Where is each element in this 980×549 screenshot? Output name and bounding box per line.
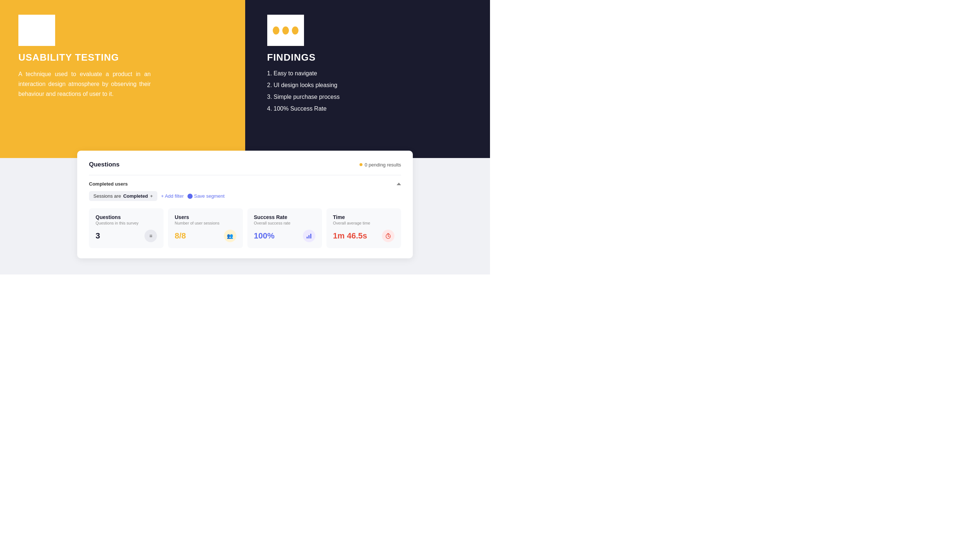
card-title: Questions — [89, 161, 119, 168]
logo-dot-2 — [282, 27, 289, 35]
metric-card-questions: Questions Questions in this survey 3 ≡ — [89, 208, 164, 248]
right-logo — [267, 15, 304, 46]
metric-title-time: Time — [333, 214, 371, 220]
metric-value-row-time: 1m 46.5s — [333, 230, 395, 242]
completed-header: Completed users — [89, 181, 401, 187]
metric-subtitle-success: Overall success rate — [254, 221, 291, 225]
metric-value-row-success: 100% — [254, 230, 315, 242]
save-segment-button[interactable]: ● Save segment — [188, 193, 224, 199]
metric-header-users: Users Number of user sessions — [175, 214, 236, 225]
pending-label: 0 pending results — [365, 162, 401, 168]
metric-value-questions: 3 — [95, 231, 100, 241]
save-segment-icon: ● — [188, 194, 192, 199]
finding-item: 1. Easy to navigate — [267, 69, 468, 78]
metrics-row: Questions Questions in this survey 3 ≡ U… — [89, 208, 401, 248]
metric-card-time: Time Overall average time 1m 46.5s — [326, 208, 401, 248]
metric-subtitle-users: Number of user sessions — [175, 221, 220, 225]
pending-badge: 0 pending results — [360, 162, 401, 168]
metric-header-success: Success Rate Overall success rate — [254, 214, 315, 225]
logo-dot-1 — [273, 27, 279, 35]
metric-value-time: 1m 46.5s — [333, 231, 367, 241]
save-segment-label: Save segment — [194, 193, 224, 199]
metric-header-time: Time Overall average time — [333, 214, 395, 225]
logo-dot-3 — [292, 27, 299, 35]
metric-value-users: 8/8 — [175, 231, 186, 241]
svg-rect-2 — [310, 234, 311, 238]
metric-title-questions: Questions — [95, 214, 138, 220]
metric-value-row-questions: 3 ≡ — [95, 230, 157, 242]
right-panel: FINDINGS 1. Easy to navigate2. UI design… — [245, 0, 490, 158]
metric-icon-time — [382, 230, 395, 242]
metric-icon-success — [303, 230, 315, 242]
bottom-section: Questions 0 pending results Completed us… — [0, 158, 490, 274]
left-panel: USABILITY TESTING A technique used to ev… — [0, 0, 245, 158]
metric-card-users: Users Number of user sessions 8/8 👥 — [168, 208, 243, 248]
metric-card-success: Success Rate Overall success rate 100% — [247, 208, 322, 248]
filter-tag-prefix: Sessions are — [93, 193, 121, 199]
findings-title: FINDINGS — [267, 52, 468, 63]
questions-card: Questions 0 pending results Completed us… — [77, 151, 413, 258]
metric-value-success: 100% — [254, 231, 275, 241]
left-title: USABILITY TESTING — [18, 52, 227, 63]
svg-rect-1 — [309, 235, 310, 238]
svg-rect-0 — [307, 236, 308, 238]
metric-title-users: Users — [175, 214, 220, 220]
finding-item: 3. Simple purchase process — [267, 93, 468, 102]
filter-tag-plus[interactable]: + — [150, 193, 153, 199]
filter-tag: Sessions are Completed + — [89, 191, 158, 201]
left-logo — [18, 15, 55, 46]
metric-icon-users: 👥 — [224, 230, 236, 242]
metric-value-row-users: 8/8 👥 — [175, 230, 236, 242]
pending-dot-icon — [360, 163, 363, 166]
card-header: Questions 0 pending results — [89, 161, 401, 168]
metric-header-questions: Questions Questions in this survey — [95, 214, 157, 225]
metric-subtitle-questions: Questions in this survey — [95, 221, 138, 225]
card-divider — [89, 175, 401, 175]
add-filter-button[interactable]: + Add filter — [161, 193, 184, 199]
filter-tag-value: Completed — [123, 193, 148, 199]
finding-item: 2. UI design looks pleasing — [267, 81, 468, 90]
metric-title-success: Success Rate — [254, 214, 291, 220]
findings-list: 1. Easy to navigate2. UI design looks pl… — [267, 69, 468, 113]
metric-icon-questions: ≡ — [145, 230, 157, 242]
completed-label: Completed users — [89, 181, 127, 187]
filter-row: Sessions are Completed + + Add filter ● … — [89, 191, 401, 201]
metric-subtitle-time: Overall average time — [333, 221, 371, 225]
left-description: A technique used to evaluate a product i… — [18, 69, 151, 99]
chevron-up-icon[interactable] — [397, 182, 401, 185]
completed-section: Completed users Sessions are Completed +… — [89, 181, 401, 201]
svg-line-5 — [388, 236, 389, 236]
finding-item: 4. 100% Success Rate — [267, 104, 468, 113]
